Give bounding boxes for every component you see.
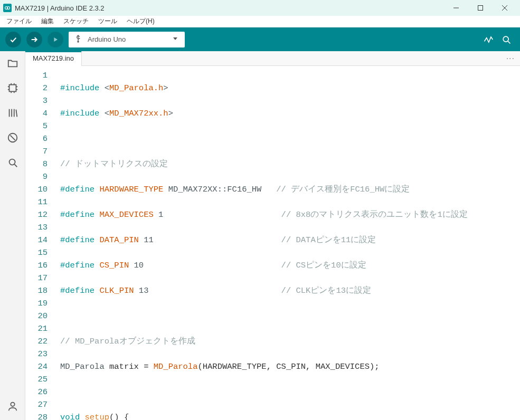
menu-file[interactable]: ファイル	[2, 16, 36, 27]
sketchbook-button[interactable]	[7, 58, 18, 71]
arduino-icon	[3, 4, 12, 12]
account-button[interactable]	[7, 400, 18, 414]
tab-overflow-button[interactable]: ···	[506, 54, 515, 63]
library-manager-button[interactable]	[7, 107, 18, 120]
svg-line-29	[10, 135, 15, 140]
usb-icon	[74, 34, 82, 44]
menu-sketch[interactable]: スケッチ	[59, 16, 93, 27]
svg-line-27	[16, 110, 17, 117]
svg-rect-3	[478, 6, 483, 11]
svg-line-14	[508, 41, 510, 43]
tabbar: MAX7219.ino ···	[25, 51, 520, 66]
svg-point-9	[78, 41, 79, 42]
board-name: Arduino Uno	[88, 35, 126, 43]
debug-rail-button[interactable]	[7, 132, 18, 145]
boards-manager-button[interactable]	[7, 82, 18, 96]
upload-button[interactable]	[26, 32, 42, 47]
tab-label: MAX7219.ino	[33, 54, 74, 62]
maximize-button[interactable]	[468, 0, 493, 16]
serial-monitor-button[interactable]	[501, 34, 512, 45]
minimize-button[interactable]	[444, 0, 468, 16]
code-editor[interactable]: 1234567891011121314151617181920212223242…	[25, 66, 520, 420]
menubar: ファイル 編集 スケッチ ツール ヘルプ(H)	[0, 16, 520, 27]
debug-button[interactable]	[48, 32, 63, 47]
activity-bar	[0, 51, 25, 420]
titlebar: MAX7219 | Arduino IDE 2.3.2	[0, 0, 520, 16]
svg-marker-12	[173, 37, 177, 40]
svg-line-31	[14, 164, 17, 167]
svg-point-32	[11, 403, 14, 406]
verify-button[interactable]	[5, 32, 21, 47]
svg-point-13	[503, 36, 508, 42]
tab-active[interactable]: MAX7219.ino	[25, 51, 82, 66]
svg-rect-15	[9, 85, 16, 92]
code-content[interactable]: #include <MD_Parola.h> #include <MD_MAX7…	[55, 66, 520, 420]
svg-marker-7	[54, 37, 58, 42]
chevron-down-icon	[171, 34, 179, 44]
menu-help[interactable]: ヘルプ(H)	[122, 16, 159, 27]
window-title: MAX7219 | Arduino IDE 2.3.2	[15, 4, 105, 12]
close-button[interactable]	[493, 0, 517, 16]
menu-edit[interactable]: 編集	[37, 16, 58, 27]
serial-plotter-button[interactable]	[483, 34, 494, 45]
board-selector[interactable]: Arduino Uno	[69, 32, 185, 47]
line-gutter: 1234567891011121314151617181920212223242…	[25, 66, 55, 420]
toolbar: Arduino Uno	[0, 27, 520, 51]
search-button[interactable]	[7, 157, 18, 170]
menu-tools[interactable]: ツール	[94, 16, 121, 27]
svg-point-30	[9, 159, 15, 165]
